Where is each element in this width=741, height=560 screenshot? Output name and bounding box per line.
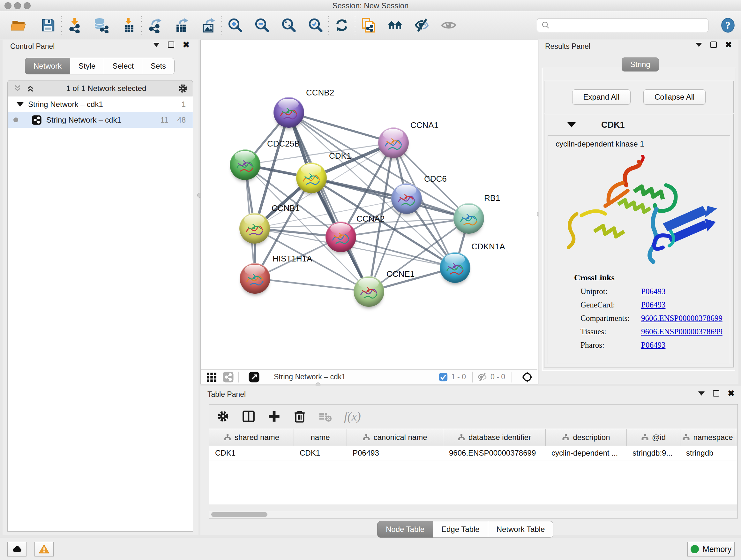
column-header-name[interactable]: name xyxy=(294,429,347,446)
gene-section-header[interactable]: CDK1 xyxy=(544,114,733,135)
float-panel-icon[interactable] xyxy=(168,42,174,48)
zoom-out-button[interactable] xyxy=(253,16,271,35)
table-cell[interactable]: CDK1 xyxy=(294,446,347,460)
network-edge-HIST1H1A-CCNE1[interactable] xyxy=(255,278,369,292)
collapse-all-button[interactable]: Collapse All xyxy=(643,89,705,105)
table-horizontal-scrollbar[interactable] xyxy=(209,511,737,518)
network-node-CDK1[interactable] xyxy=(296,163,327,193)
delete-table-icon[interactable] xyxy=(319,410,332,423)
function-builder-icon[interactable]: f(x) xyxy=(344,409,361,423)
column-header-canonical-name[interactable]: canonical name xyxy=(347,429,443,446)
memory-status-button[interactable]: Memory xyxy=(687,542,735,557)
float-panel-icon[interactable] xyxy=(713,390,719,396)
refresh-network-view-button[interactable] xyxy=(333,16,351,35)
column-header-at-id[interactable]: @id xyxy=(627,429,680,446)
close-panel-icon[interactable]: ✖ xyxy=(728,391,735,396)
close-panel-icon[interactable]: ✖ xyxy=(725,42,732,47)
crosslink-link[interactable]: 9606.ENSP00000378699 xyxy=(641,327,723,336)
warnings-button[interactable] xyxy=(35,542,54,557)
network-node-CCNB1[interactable] xyxy=(239,213,270,244)
section-collapse-caret-icon[interactable] xyxy=(567,122,576,127)
network-node-CDC25B[interactable] xyxy=(230,149,260,180)
table-cell[interactable]: P06493 xyxy=(347,446,443,460)
table-settings-gear-icon[interactable] xyxy=(216,410,230,423)
crosslink-link[interactable]: P06493 xyxy=(641,287,665,296)
table-cell[interactable]: 9606.ENSP00000378699 xyxy=(443,446,546,460)
expand-all-button[interactable]: Expand All xyxy=(572,89,630,105)
network-node-CCNB2[interactable] xyxy=(273,97,304,128)
save-session-button[interactable] xyxy=(39,16,57,35)
tab-network-table[interactable]: Network Table xyxy=(488,521,554,538)
export-network-button[interactable] xyxy=(145,16,164,35)
add-column-icon[interactable] xyxy=(267,410,281,423)
column-header-shared-name[interactable]: shared name xyxy=(209,429,294,446)
expand-all-networks-icon[interactable] xyxy=(25,84,35,93)
show-column-panel-icon[interactable] xyxy=(242,410,255,423)
open-in-new-window-icon[interactable] xyxy=(248,371,260,383)
table-cell[interactable]: CDK1 xyxy=(209,446,294,460)
table-cell[interactable]: cyclin-dependent ... xyxy=(546,446,627,460)
import-network-from-database-button[interactable] xyxy=(92,16,111,35)
column-header-database-identifier[interactable]: database identifier xyxy=(443,429,546,446)
tab-style[interactable]: Style xyxy=(70,58,104,74)
network-collection-row[interactable]: String Network – cdk1 1 xyxy=(8,97,193,112)
tab-network[interactable]: Network xyxy=(25,58,70,74)
hide-selected-button[interactable] xyxy=(413,16,431,35)
table-cell[interactable]: stringdb xyxy=(680,446,735,460)
help-button[interactable]: ? xyxy=(720,17,736,33)
collapse-all-networks-icon[interactable] xyxy=(13,84,22,93)
close-panel-icon[interactable]: ✖ xyxy=(183,42,190,47)
import-network-from-file-button[interactable] xyxy=(65,16,84,35)
network-node-RB1[interactable] xyxy=(454,203,484,234)
export-image-button[interactable] xyxy=(199,16,218,35)
tab-sets[interactable]: Sets xyxy=(142,58,175,74)
collapse-panel-icon[interactable] xyxy=(698,391,704,395)
grid-view-icon[interactable] xyxy=(206,371,217,383)
network-edge-CCNB2-CCNE1[interactable] xyxy=(289,112,369,292)
crosslink-link[interactable]: 9606.ENSP00000378699 xyxy=(641,314,723,323)
results-tab-string[interactable]: String xyxy=(622,57,659,71)
first-neighbors-button[interactable] xyxy=(386,16,404,35)
cloud-services-button[interactable] xyxy=(7,542,26,557)
birdseye-navigator-icon[interactable] xyxy=(522,371,533,383)
delete-column-icon[interactable] xyxy=(293,410,307,423)
search-input[interactable] xyxy=(537,18,709,32)
search-icon xyxy=(541,21,550,30)
network-node-CDC6[interactable] xyxy=(391,183,422,214)
crosslink-link[interactable]: P06493 xyxy=(641,341,665,350)
open-session-button[interactable] xyxy=(10,16,28,35)
export-table-button[interactable] xyxy=(172,16,191,35)
hidden-eye-icon[interactable] xyxy=(477,372,487,382)
tab-node-table[interactable]: Node Table xyxy=(377,521,433,538)
two-houses-icon xyxy=(387,17,403,33)
share-network-icon[interactable] xyxy=(222,371,234,383)
network-node-CDKN1A[interactable] xyxy=(440,252,470,283)
table-cell[interactable]: stringdb:9... xyxy=(627,446,680,460)
network-node-CCNA1[interactable] xyxy=(378,127,409,158)
import-table-from-file-button[interactable] xyxy=(119,16,138,35)
collapse-panel-icon[interactable] xyxy=(153,43,159,47)
selected-checkbox-icon[interactable] xyxy=(439,372,448,382)
scrollbar-thumb[interactable] xyxy=(211,512,267,517)
collapse-panel-icon[interactable] xyxy=(696,43,702,47)
network-list-options-gear-icon[interactable] xyxy=(178,83,188,94)
new-network-from-selection-button[interactable] xyxy=(359,16,378,35)
crosslink-link[interactable]: P06493 xyxy=(641,300,665,309)
network-row-selected[interactable]: String Network – cdk1 11 48 xyxy=(8,112,193,128)
column-header-description[interactable]: description xyxy=(546,429,627,446)
network-canvas[interactable]: CCNB2CCNA1CDC25BCDK1CDC6RB1CCNB1CCNA2CDK… xyxy=(201,40,537,369)
tab-edge-table[interactable]: Edge Table xyxy=(433,521,488,538)
column-header-namespace[interactable]: namespace xyxy=(680,429,735,446)
float-panel-icon[interactable] xyxy=(711,42,717,48)
network-node-CCNA2[interactable] xyxy=(326,222,356,252)
zoom-in-button[interactable] xyxy=(226,16,244,35)
table-row[interactable]: CDK1CDK1P064939606.ENSP00000378699cyclin… xyxy=(209,446,737,460)
network-node-CCNE1[interactable] xyxy=(354,276,384,307)
tree-expand-caret-icon[interactable] xyxy=(17,102,23,107)
tab-select[interactable]: Select xyxy=(104,58,142,74)
network-node-HIST1H1A[interactable] xyxy=(240,263,270,294)
node-protein-thumbnail xyxy=(384,135,403,152)
show-all-button[interactable] xyxy=(440,16,458,35)
zoom-fit-content-button[interactable] xyxy=(279,16,298,35)
zoom-selected-region-button[interactable] xyxy=(306,16,325,35)
